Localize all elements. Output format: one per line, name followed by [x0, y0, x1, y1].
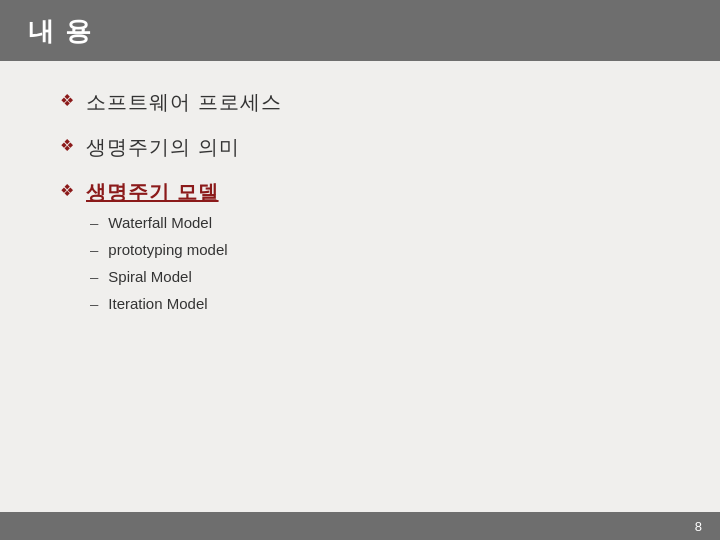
- bullet-text-1: 소프트웨어 프로세스: [86, 89, 282, 116]
- sub-dash-3: –: [90, 268, 98, 285]
- sub-list: – Waterfall Model – prototyping model – …: [90, 214, 228, 312]
- bullet-text-2: 생명주기의 의미: [86, 134, 240, 161]
- sub-item-1: – Waterfall Model: [90, 214, 228, 231]
- slide: 내 용 ❖ 소프트웨어 프로세스 ❖ 생명주기의 의미 ❖ 생명주기 모델 – …: [0, 0, 720, 540]
- sub-text-3: Spiral Model: [108, 268, 191, 285]
- sub-dash-4: –: [90, 295, 98, 312]
- sub-item-3: – Spiral Model: [90, 268, 228, 285]
- header-title: 내 용: [28, 16, 93, 46]
- page-number: 8: [695, 519, 702, 534]
- footer-bar: 8: [0, 512, 720, 540]
- bullet-item-3: ❖ 생명주기 모델 – Waterfall Model – prototypin…: [60, 179, 660, 312]
- bullet-text-3: 생명주기 모델: [86, 179, 219, 206]
- bullet-item-2: ❖ 생명주기의 의미: [60, 134, 660, 161]
- sub-dash-1: –: [90, 214, 98, 231]
- bullet-diamond-2: ❖: [60, 136, 74, 155]
- sub-text-4: Iteration Model: [108, 295, 207, 312]
- sub-item-2: – prototyping model: [90, 241, 228, 258]
- sub-text-1: Waterfall Model: [108, 214, 212, 231]
- content-area: ❖ 소프트웨어 프로세스 ❖ 생명주기의 의미 ❖ 생명주기 모델 – Wate…: [0, 61, 720, 512]
- sub-item-4: – Iteration Model: [90, 295, 228, 312]
- header-bar: 내 용: [0, 0, 720, 61]
- sub-dash-2: –: [90, 241, 98, 258]
- bullet-item-1: ❖ 소프트웨어 프로세스: [60, 89, 660, 116]
- bullet-diamond-3: ❖: [60, 181, 74, 200]
- bullet-diamond-1: ❖: [60, 91, 74, 110]
- sub-text-2: prototyping model: [108, 241, 227, 258]
